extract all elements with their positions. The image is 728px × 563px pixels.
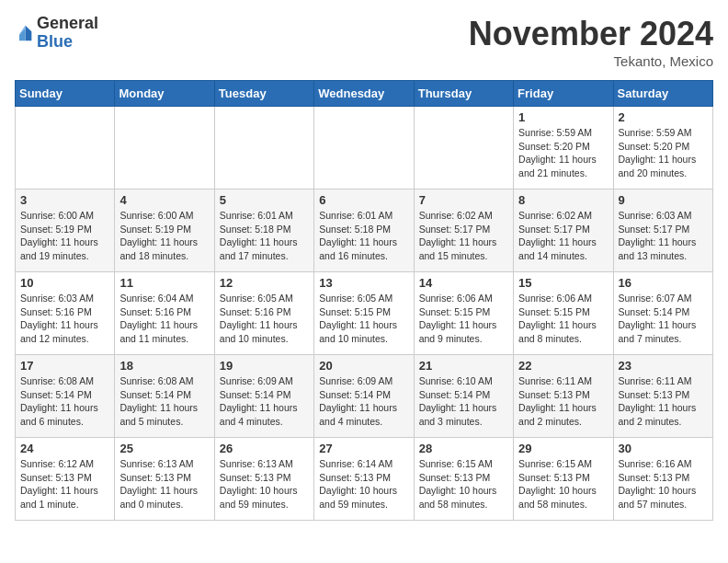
day-number: 11 <box>119 276 209 290</box>
weekday-wednesday: Wednesday <box>314 81 414 107</box>
day-info: Sunrise: 6:02 AM Sunset: 5:17 PM Dayligh… <box>518 209 608 263</box>
day-number: 15 <box>518 276 608 290</box>
calendar-cell: 5Sunrise: 6:01 AM Sunset: 5:18 PM Daylig… <box>214 190 313 272</box>
day-info: Sunrise: 6:08 AM Sunset: 5:14 PM Dayligh… <box>119 374 209 429</box>
calendar-cell: 21Sunrise: 6:10 AM Sunset: 5:14 PM Dayli… <box>414 355 513 438</box>
svg-marker-0 <box>26 25 32 40</box>
calendar-cell: 17Sunrise: 6:08 AM Sunset: 5:14 PM Dayli… <box>16 355 115 438</box>
calendar-cell: 12Sunrise: 6:05 AM Sunset: 5:16 PM Dayli… <box>214 272 313 355</box>
calendar-cell: 4Sunrise: 6:00 AM Sunset: 5:19 PM Daylig… <box>115 190 214 272</box>
day-number: 19 <box>220 359 309 373</box>
day-info: Sunrise: 6:00 AM Sunset: 5:19 PM Dayligh… <box>119 209 209 263</box>
weekday-friday: Friday <box>514 81 613 107</box>
day-info: Sunrise: 6:11 AM Sunset: 5:13 PM Dayligh… <box>518 374 608 429</box>
day-number: 3 <box>20 193 109 207</box>
day-number: 9 <box>619 193 708 207</box>
day-number: 21 <box>419 359 508 373</box>
day-number: 1 <box>518 110 608 124</box>
day-info: Sunrise: 5:59 AM Sunset: 5:20 PM Dayligh… <box>619 126 708 180</box>
day-info: Sunrise: 5:59 AM Sunset: 5:20 PM Dayligh… <box>518 126 608 180</box>
day-number: 27 <box>319 442 408 455</box>
calendar-cell: 29Sunrise: 6:15 AM Sunset: 5:13 PM Dayli… <box>514 438 613 521</box>
day-info: Sunrise: 6:16 AM Sunset: 5:13 PM Dayligh… <box>619 457 708 511</box>
logo: General Blue <box>15 15 98 52</box>
week-row-5: 24Sunrise: 6:12 AM Sunset: 5:13 PM Dayli… <box>16 438 713 521</box>
day-number: 4 <box>119 193 209 207</box>
calendar-cell: 24Sunrise: 6:12 AM Sunset: 5:13 PM Dayli… <box>16 438 115 521</box>
day-info: Sunrise: 6:15 AM Sunset: 5:13 PM Dayligh… <box>518 457 608 511</box>
calendar-cell <box>314 107 414 190</box>
calendar-cell: 18Sunrise: 6:08 AM Sunset: 5:14 PM Dayli… <box>115 355 214 438</box>
calendar-cell: 15Sunrise: 6:06 AM Sunset: 5:15 PM Dayli… <box>514 272 613 355</box>
calendar-cell <box>414 107 513 190</box>
day-info: Sunrise: 6:06 AM Sunset: 5:15 PM Dayligh… <box>419 292 508 346</box>
logo-general-text: General <box>37 14 98 32</box>
day-number: 26 <box>220 442 309 455</box>
day-number: 22 <box>518 359 608 373</box>
day-number: 12 <box>220 276 309 290</box>
month-title: November 2024 <box>469 15 713 53</box>
day-info: Sunrise: 6:14 AM Sunset: 5:13 PM Dayligh… <box>319 457 408 511</box>
day-info: Sunrise: 6:04 AM Sunset: 5:16 PM Dayligh… <box>119 292 209 346</box>
weekday-saturday: Saturday <box>613 81 712 107</box>
calendar-cell: 6Sunrise: 6:01 AM Sunset: 5:18 PM Daylig… <box>314 190 414 272</box>
day-number: 6 <box>319 193 408 207</box>
day-number: 10 <box>20 276 109 290</box>
day-info: Sunrise: 6:05 AM Sunset: 5:16 PM Dayligh… <box>220 292 309 346</box>
day-info: Sunrise: 6:01 AM Sunset: 5:18 PM Dayligh… <box>319 209 408 263</box>
weekday-sunday: Sunday <box>16 81 115 107</box>
day-info: Sunrise: 6:15 AM Sunset: 5:13 PM Dayligh… <box>419 457 508 511</box>
day-info: Sunrise: 6:05 AM Sunset: 5:15 PM Dayligh… <box>319 292 408 346</box>
day-number: 28 <box>419 442 508 455</box>
calendar-cell: 26Sunrise: 6:13 AM Sunset: 5:13 PM Dayli… <box>214 438 313 521</box>
calendar-cell: 7Sunrise: 6:02 AM Sunset: 5:17 PM Daylig… <box>414 190 513 272</box>
calendar-cell <box>16 107 115 190</box>
day-info: Sunrise: 6:08 AM Sunset: 5:14 PM Dayligh… <box>20 374 109 429</box>
weekday-monday: Monday <box>115 81 214 107</box>
week-row-2: 3Sunrise: 6:00 AM Sunset: 5:19 PM Daylig… <box>16 190 713 272</box>
calendar-cell: 13Sunrise: 6:05 AM Sunset: 5:15 PM Dayli… <box>314 272 414 355</box>
day-number: 20 <box>319 359 408 373</box>
calendar-cell: 1Sunrise: 5:59 AM Sunset: 5:20 PM Daylig… <box>514 107 613 190</box>
calendar-cell: 28Sunrise: 6:15 AM Sunset: 5:13 PM Dayli… <box>414 438 513 521</box>
day-info: Sunrise: 6:10 AM Sunset: 5:14 PM Dayligh… <box>419 374 508 429</box>
day-info: Sunrise: 6:07 AM Sunset: 5:14 PM Dayligh… <box>619 292 708 346</box>
calendar-cell: 9Sunrise: 6:03 AM Sunset: 5:17 PM Daylig… <box>613 190 712 272</box>
week-row-3: 10Sunrise: 6:03 AM Sunset: 5:16 PM Dayli… <box>16 272 713 355</box>
calendar-cell: 20Sunrise: 6:09 AM Sunset: 5:14 PM Dayli… <box>314 355 414 438</box>
day-number: 2 <box>619 110 708 124</box>
calendar-cell: 27Sunrise: 6:14 AM Sunset: 5:13 PM Dayli… <box>314 438 414 521</box>
day-info: Sunrise: 6:09 AM Sunset: 5:14 PM Dayligh… <box>220 374 309 429</box>
day-info: Sunrise: 6:09 AM Sunset: 5:14 PM Dayligh… <box>319 374 408 429</box>
page-header: General Blue November 2024 Tekanto, Mexi… <box>15 15 713 69</box>
day-info: Sunrise: 6:03 AM Sunset: 5:16 PM Dayligh… <box>20 292 109 346</box>
calendar-cell: 22Sunrise: 6:11 AM Sunset: 5:13 PM Dayli… <box>514 355 613 438</box>
day-info: Sunrise: 6:13 AM Sunset: 5:13 PM Dayligh… <box>220 457 309 511</box>
day-number: 18 <box>119 359 209 373</box>
day-number: 7 <box>419 193 508 207</box>
calendar-cell: 2Sunrise: 5:59 AM Sunset: 5:20 PM Daylig… <box>613 107 712 190</box>
calendar-table: SundayMondayTuesdayWednesdayThursdayFrid… <box>15 80 713 521</box>
day-info: Sunrise: 6:11 AM Sunset: 5:13 PM Dayligh… <box>619 374 708 429</box>
day-info: Sunrise: 6:12 AM Sunset: 5:13 PM Dayligh… <box>20 457 109 511</box>
day-number: 29 <box>518 442 608 455</box>
calendar-cell: 10Sunrise: 6:03 AM Sunset: 5:16 PM Dayli… <box>16 272 115 355</box>
day-number: 24 <box>20 442 109 455</box>
day-number: 17 <box>20 359 109 373</box>
weekday-thursday: Thursday <box>414 81 513 107</box>
calendar-cell: 30Sunrise: 6:16 AM Sunset: 5:13 PM Dayli… <box>613 438 712 521</box>
day-info: Sunrise: 6:01 AM Sunset: 5:18 PM Dayligh… <box>220 209 309 263</box>
week-row-4: 17Sunrise: 6:08 AM Sunset: 5:14 PM Dayli… <box>16 355 713 438</box>
day-number: 8 <box>518 193 608 207</box>
day-number: 16 <box>619 276 708 290</box>
day-number: 13 <box>319 276 408 290</box>
calendar-cell: 14Sunrise: 6:06 AM Sunset: 5:15 PM Dayli… <box>414 272 513 355</box>
location: Tekanto, Mexico <box>469 53 713 69</box>
day-number: 5 <box>220 193 309 207</box>
day-number: 30 <box>619 442 708 455</box>
calendar-cell <box>115 107 214 190</box>
week-row-1: 1Sunrise: 5:59 AM Sunset: 5:20 PM Daylig… <box>16 107 713 190</box>
weekday-tuesday: Tuesday <box>214 81 313 107</box>
calendar-cell: 23Sunrise: 6:11 AM Sunset: 5:13 PM Dayli… <box>613 355 712 438</box>
weekday-header-row: SundayMondayTuesdayWednesdayThursdayFrid… <box>16 81 713 107</box>
